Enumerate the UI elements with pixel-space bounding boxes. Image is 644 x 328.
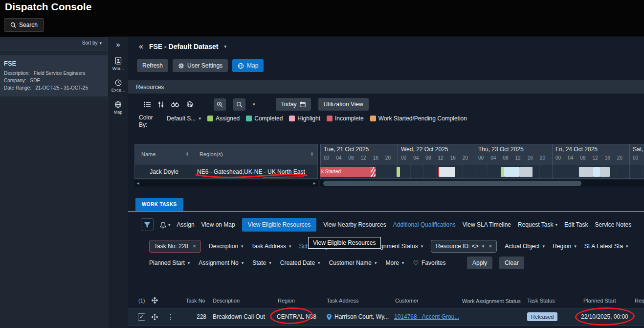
resource-row[interactable]: Jack Doyle NE6 - Gateshead,UK-NE - UK No… [134, 164, 318, 179]
gantt-bar[interactable] [501, 167, 504, 177]
action-additional-qualifications[interactable]: Additional Qualifications [393, 221, 456, 228]
chevron-down-icon[interactable]: ▾ [253, 102, 255, 107]
resource-regions: NE6 - Gateshead,UK-NE - UK North East [193, 168, 305, 175]
field-label: Company: [4, 78, 26, 83]
list-view-icon[interactable] [144, 101, 151, 107]
resource-name[interactable]: Jack Doyle [135, 168, 193, 175]
clear-button[interactable]: Clear [499, 257, 524, 269]
filter-toggle-button[interactable] [141, 218, 154, 231]
column-header-req[interactable]: Req [635, 298, 644, 304]
column-label: Name [141, 151, 155, 157]
color-scheme-dropdown[interactable]: Default S... ▾ [167, 115, 201, 122]
rail-item-workspace[interactable]: Wor... [108, 57, 128, 71]
gantt-bar[interactable] [397, 167, 400, 177]
refresh-button[interactable]: Refresh [137, 59, 168, 72]
collapse-left-icon[interactable]: « [139, 42, 143, 51]
filter-actual-object[interactable]: Actual Object▾ [505, 243, 545, 250]
scroll-left-icon[interactable]: ◄ [136, 181, 140, 186]
resource-grid-header: Name ▲▼ Region(s) ▲▼ [134, 144, 318, 164]
filter-customer-name[interactable]: Customer Name▾ [329, 259, 377, 266]
action-request-task[interactable]: Request Task▾ [518, 221, 557, 228]
action-view-nearby-resources[interactable]: View Nearby Resources [323, 221, 386, 228]
today-button[interactable]: Today [276, 98, 311, 111]
column-header-regions[interactable]: Region(s) ▲▼ [193, 144, 317, 164]
zoom-in-button[interactable] [214, 98, 226, 111]
gantt-bar[interactable] [579, 167, 593, 177]
row-drag-handle[interactable] [152, 308, 158, 325]
map-button[interactable]: Map [232, 59, 264, 72]
dataset-title[interactable]: FSE - Default Dataset [149, 43, 219, 50]
dataset-card[interactable]: FSE Description: Field Service Engineers… [0, 55, 108, 96]
column-header-task-status[interactable]: Task Status [527, 298, 555, 304]
rail-item-exceptions[interactable]: Exce... [108, 79, 128, 93]
filter-task-no-228[interactable]: Task No: 228× [149, 240, 201, 253]
cell-task-address[interactable]: Harrison Court, Wy... [327, 308, 392, 325]
collapse-panel-button[interactable]: » [108, 37, 128, 48]
column-header-name[interactable]: Name ▲▼ [135, 144, 193, 164]
remove-filter-icon[interactable]: × [193, 243, 196, 250]
action-view-sla-timeline[interactable]: View SLA Timeline [463, 221, 511, 228]
row-checkbox[interactable]: ✓ [138, 313, 145, 321]
row-menu-button[interactable]: ⋮ [167, 308, 174, 325]
action-service-notes[interactable]: Service Notes [595, 221, 632, 228]
column-header-task-address[interactable]: Task Address [327, 298, 358, 304]
tab-divider [128, 211, 644, 211]
action-view-on-map[interactable]: View on Map [201, 221, 235, 228]
filter-task-address[interactable]: Task Address▾ [251, 243, 291, 250]
rail-item-map[interactable]: Map [108, 101, 128, 115]
filter-more[interactable]: More▾ [386, 259, 404, 266]
customer-link[interactable]: 1014768 - Accent Grou... [394, 313, 459, 320]
gantt-bar[interactable] [439, 167, 455, 177]
filter-favorites[interactable]: ♡Favorites [413, 259, 445, 267]
filter-state[interactable]: State▾ [252, 259, 271, 266]
bell-icon [160, 221, 166, 229]
gantt-bar[interactable] [504, 167, 519, 177]
cell-customer[interactable]: 1014768 - Accent Grou... [394, 308, 461, 325]
gantt-bar[interactable]: k Started [320, 167, 376, 177]
filter-description[interactable]: Description▾ [209, 243, 244, 250]
filter-region[interactable]: Region▾ [553, 243, 577, 250]
task-table-row[interactable]: ✓ ⋮ 228 Breakdown Call Out CENTRAL N38 H… [128, 308, 644, 326]
chevron-down-icon[interactable]: ▾ [224, 44, 227, 49]
remove-filter-icon[interactable]: × [489, 243, 492, 250]
sliders-icon[interactable] [158, 101, 164, 108]
tab-work-tasks[interactable]: WORK TASKS [135, 198, 183, 211]
search-button[interactable]: Search [4, 18, 44, 32]
filter-resource-id[interactable]: Resource ID: <>▾× [431, 240, 497, 253]
filter-planned-start[interactable]: Planned Start▾ [149, 259, 190, 266]
field-value: 21-OCT-25 - 31-OCT-25 [35, 85, 88, 91]
sort-by-button[interactable]: Sort by ▾ [82, 40, 102, 46]
zoom-out-button[interactable] [233, 98, 245, 111]
filter-assignment-no[interactable]: Assignment No▾ [199, 259, 244, 266]
filter-sla-latest-sta[interactable]: SLA Latest Sta▾ [584, 243, 628, 250]
gantt-bar[interactable] [593, 167, 600, 177]
sort-icon[interactable]: ▲▼ [311, 152, 313, 157]
globe-marker-icon[interactable] [186, 101, 193, 108]
gear-icon [178, 63, 184, 69]
left-horizontal-scrollbar[interactable]: ◄ ► [134, 180, 318, 187]
timeline-row[interactable]: k Started [320, 164, 644, 179]
user-settings-button[interactable]: User Settings [173, 59, 228, 72]
action-assign[interactable]: Assign [177, 221, 195, 228]
scroll-right-icon[interactable]: ► [312, 181, 316, 186]
scrollbar-thumb[interactable] [323, 181, 581, 186]
binoculars-icon[interactable] [171, 101, 179, 107]
sort-icon[interactable]: ▲▼ [186, 152, 189, 157]
column-header-task-no[interactable]: Task No [186, 298, 205, 304]
filter-created-date[interactable]: Created Date▾ [280, 259, 320, 266]
gantt-bar[interactable] [600, 167, 610, 177]
notifications-button[interactable]: ▾ [160, 221, 171, 229]
column-header-description[interactable]: Description [213, 298, 240, 304]
action-view-eligible-resources[interactable]: View Eligible Resources [242, 218, 317, 232]
action-edit-task[interactable]: Edit Task [564, 221, 588, 228]
user-settings-label: User Settings [187, 62, 222, 69]
apply-button[interactable]: Apply [467, 257, 492, 269]
column-header-planned-start[interactable]: Planned Start [583, 298, 616, 304]
column-header-region[interactable]: Region [278, 298, 295, 304]
timeline-horizontal-scrollbar[interactable] [320, 180, 644, 187]
utilization-view-button[interactable]: Utilization View [318, 98, 369, 111]
column-header-work-assignment-status[interactable]: Work Assignment Status [462, 298, 523, 305]
column-header-customer[interactable]: Customer [395, 298, 419, 304]
gantt-bar[interactable] [519, 167, 533, 177]
resources-section-header[interactable]: Resources [128, 80, 644, 94]
